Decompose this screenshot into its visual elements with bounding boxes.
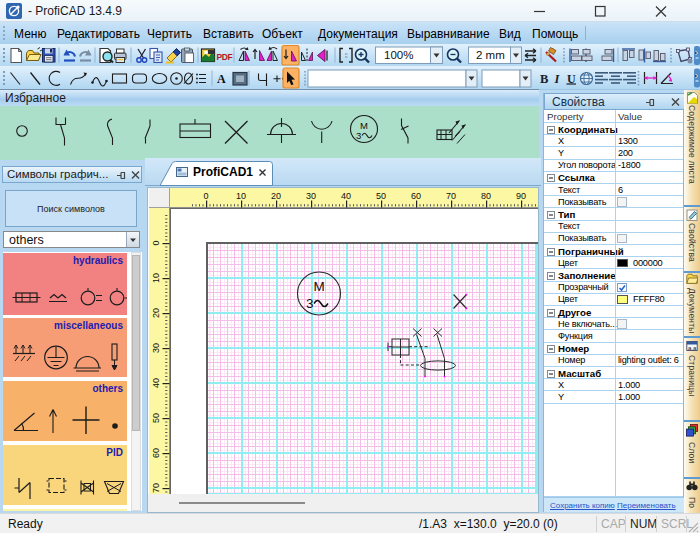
svg-text:40: 40: [151, 378, 161, 388]
svg-text:90: 90: [516, 191, 526, 201]
svg-text:B: B: [540, 72, 548, 86]
svg-text:60: 60: [151, 448, 161, 458]
svg-text:30: 30: [306, 191, 316, 201]
svg-text:3: 3: [356, 130, 361, 141]
svg-text:A: A: [217, 72, 226, 86]
svg-text:0: 0: [203, 191, 208, 201]
svg-text:0: 0: [151, 240, 161, 245]
svg-text:10: 10: [236, 191, 246, 201]
svg-text:M: M: [360, 120, 368, 131]
svg-text:10: 10: [151, 273, 161, 283]
svg-text:PDF: PDF: [217, 52, 233, 62]
svg-text:30: 30: [151, 343, 161, 353]
svg-text:M: M: [313, 279, 324, 294]
svg-text:I: I: [554, 72, 561, 86]
svg-text:80: 80: [481, 191, 491, 201]
svg-text:100%: 100%: [384, 49, 413, 61]
svg-text:2 mm: 2 mm: [476, 49, 505, 61]
svg-text:50: 50: [376, 191, 386, 201]
svg-text:20: 20: [271, 191, 281, 201]
svg-text:70: 70: [151, 483, 161, 493]
svg-text:20: 20: [151, 308, 161, 318]
svg-text:40: 40: [341, 191, 351, 201]
svg-text:a.a: a.a: [688, 345, 697, 351]
svg-text:50: 50: [151, 413, 161, 423]
svg-text:3: 3: [306, 296, 314, 311]
svg-text:60: 60: [411, 191, 421, 201]
svg-text:70: 70: [446, 191, 456, 201]
